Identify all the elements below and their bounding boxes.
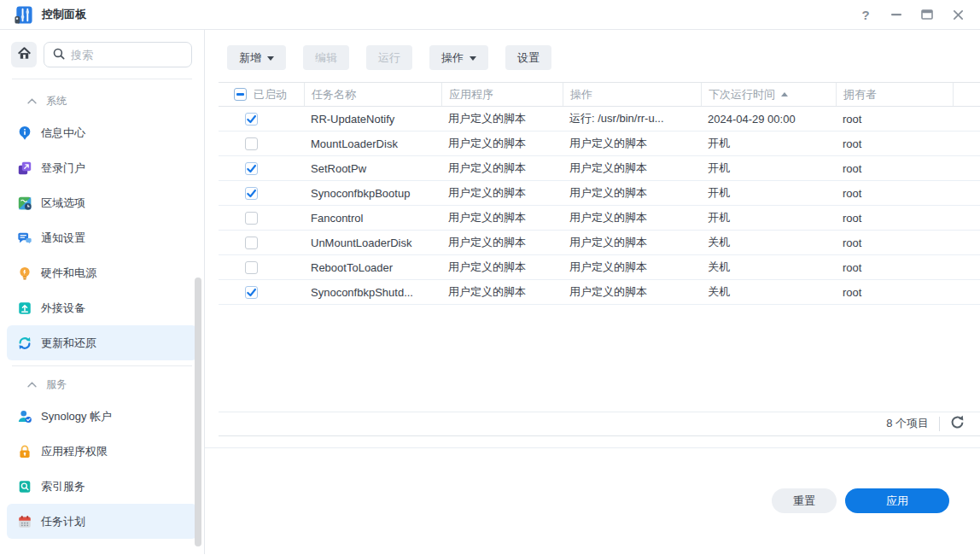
sidebar-item[interactable]: Synology 帐户 bbox=[7, 399, 197, 434]
task-action-cell: 用户定义的脚本 bbox=[563, 210, 701, 225]
task-next-run-cell: 关机 bbox=[701, 235, 836, 250]
task-name-cell: RebootToLoader bbox=[304, 261, 441, 274]
sidebar-item[interactable]: 信息中心 bbox=[7, 115, 197, 150]
home-button[interactable] bbox=[11, 42, 37, 67]
dropdown-caret-icon bbox=[470, 56, 476, 61]
header-action[interactable]: 操作 bbox=[563, 83, 701, 106]
search-icon bbox=[52, 47, 66, 63]
chevron-up-icon bbox=[27, 378, 37, 390]
notification-icon bbox=[17, 231, 32, 246]
table-row[interactable]: SetRootPw用户定义的脚本用户定义的脚本开机root bbox=[219, 156, 980, 181]
task-next-run-cell: 开机 bbox=[701, 210, 836, 225]
task-enabled-checkbox[interactable] bbox=[245, 237, 258, 249]
table-row[interactable]: SynoconfbkpBootup用户定义的脚本用户定义的脚本开机root bbox=[219, 181, 980, 206]
external-devices-icon bbox=[17, 301, 32, 316]
header-next-run-time[interactable]: 下次运行时间 bbox=[701, 83, 836, 106]
sidebar-item[interactable]: 索引服务 bbox=[7, 469, 197, 504]
task-action-cell: 用户定义的脚本 bbox=[563, 136, 701, 151]
indexing-service-icon bbox=[17, 479, 32, 494]
task-app-cell: 用户定义的脚本 bbox=[441, 111, 563, 126]
task-name-cell: RR-UpdateNotify bbox=[304, 113, 441, 126]
table-body: RR-UpdateNotify用户定义的脚本运行: /usr/bin/rr-u.… bbox=[219, 107, 980, 305]
table-row[interactable]: MountLoaderDisk用户定义的脚本用户定义的脚本开机root bbox=[219, 131, 980, 156]
header-application[interactable]: 应用程序 bbox=[441, 83, 563, 106]
close-button[interactable] bbox=[949, 6, 966, 23]
task-action-cell: 用户定义的脚本 bbox=[563, 284, 701, 300]
task-scheduler-icon bbox=[17, 514, 32, 529]
select-all-checkbox[interactable] bbox=[234, 88, 247, 101]
sidebar-section-header[interactable]: 服务 bbox=[0, 370, 204, 399]
task-name-cell: UnMountLoaderDisk bbox=[304, 237, 441, 249]
task-next-run-cell: 2024-04-29 00:00 bbox=[701, 113, 836, 126]
task-action-cell: 用户定义的脚本 bbox=[563, 185, 701, 201]
header-filler bbox=[953, 83, 980, 106]
reset-button[interactable]: 重置 bbox=[772, 488, 837, 513]
table-row[interactable]: UnMountLoaderDisk用户定义的脚本用户定义的脚本关机root bbox=[219, 231, 980, 255]
task-enabled-checkbox[interactable] bbox=[245, 137, 258, 150]
task-enabled-checkbox[interactable] bbox=[245, 286, 258, 299]
task-enabled-checkbox[interactable] bbox=[245, 162, 258, 175]
task-enabled-checkbox[interactable] bbox=[245, 113, 258, 126]
sidebar-item[interactable]: 登录门户 bbox=[7, 150, 197, 185]
task-enabled-checkbox[interactable] bbox=[245, 212, 258, 225]
table-row[interactable]: SynoconfbkpShutd...用户定义的脚本用户定义的脚本关机root bbox=[219, 280, 980, 305]
task-next-run-cell: 开机 bbox=[701, 185, 836, 201]
help-button[interactable]: ? bbox=[857, 6, 874, 23]
sidebar-scrollbar[interactable] bbox=[195, 278, 201, 546]
task-name-cell: Fancontrol bbox=[304, 212, 441, 225]
indeterminate-dash-icon bbox=[236, 93, 244, 96]
home-icon bbox=[17, 46, 32, 63]
table-row[interactable]: RR-UpdateNotify用户定义的脚本运行: /usr/bin/rr-u.… bbox=[219, 107, 980, 131]
task-enabled-checkbox[interactable] bbox=[245, 261, 258, 274]
task-app-cell: 用户定义的脚本 bbox=[441, 260, 563, 275]
app-privileges-icon bbox=[17, 444, 32, 459]
titlebar: 控制面板 ? bbox=[0, 0, 980, 30]
sidebar-item[interactable]: 通知设置 bbox=[7, 220, 197, 255]
toolbar-button[interactable]: 设置 bbox=[505, 45, 551, 70]
sidebar-section-header[interactable]: 系统 bbox=[0, 86, 204, 115]
sidebar-item[interactable]: 区域选项 bbox=[7, 185, 197, 220]
task-owner-cell: root bbox=[836, 286, 953, 299]
task-name-cell: SetRootPw bbox=[304, 162, 441, 175]
table-header-row: 已启动 任务名称 应用程序 操作 下次运行时间 拥有者 bbox=[219, 82, 980, 107]
refresh-icon bbox=[950, 415, 965, 432]
task-name-cell: SynoconfbkpShutd... bbox=[304, 286, 441, 299]
task-next-run-cell: 开机 bbox=[701, 136, 836, 151]
table-row[interactable]: RebootToLoader用户定义的脚本用户定义的脚本关机root bbox=[219, 255, 980, 280]
chevron-up-icon bbox=[27, 95, 37, 107]
task-owner-cell: root bbox=[836, 162, 953, 175]
header-owner[interactable]: 拥有者 bbox=[836, 83, 953, 106]
task-next-run-cell: 关机 bbox=[701, 260, 836, 275]
task-app-cell: 用户定义的脚本 bbox=[441, 185, 563, 201]
dropdown-caret-icon bbox=[267, 56, 274, 61]
search-input[interactable] bbox=[44, 42, 192, 67]
task-action-cell: 用户定义的脚本 bbox=[563, 260, 701, 275]
footer-actions: 重置 应用 bbox=[205, 447, 980, 555]
refresh-button[interactable] bbox=[950, 415, 965, 432]
search-field[interactable] bbox=[71, 49, 184, 61]
sidebar-item[interactable]: 应用程序权限 bbox=[7, 434, 197, 469]
sidebar-item[interactable]: 任务计划 bbox=[7, 504, 197, 539]
task-name-cell: MountLoaderDisk bbox=[304, 137, 441, 150]
maximize-button[interactable] bbox=[919, 6, 936, 23]
task-name-cell: SynoconfbkpBootup bbox=[304, 187, 441, 200]
statusbar: 8 个项目 bbox=[219, 412, 980, 436]
toolbar-button[interactable]: 新增 bbox=[227, 45, 286, 70]
task-owner-cell: root bbox=[836, 113, 953, 126]
apply-button[interactable]: 应用 bbox=[845, 488, 949, 513]
table-row[interactable]: Fancontrol用户定义的脚本用户定义的脚本开机root bbox=[219, 206, 980, 231]
minimize-button[interactable] bbox=[888, 6, 905, 23]
synology-account-icon bbox=[17, 409, 32, 424]
header-enabled[interactable]: 已启动 bbox=[219, 83, 304, 106]
task-app-cell: 用户定义的脚本 bbox=[441, 284, 563, 300]
header-task-name[interactable]: 任务名称 bbox=[304, 83, 441, 106]
task-owner-cell: root bbox=[836, 237, 953, 249]
task-enabled-checkbox[interactable] bbox=[245, 187, 258, 200]
task-app-cell: 用户定义的脚本 bbox=[441, 161, 563, 176]
sidebar-item[interactable]: 硬件和电源 bbox=[7, 255, 197, 290]
toolbar-button: 运行 bbox=[366, 45, 412, 70]
sidebar-item[interactable]: 更新和还原 bbox=[7, 325, 197, 360]
toolbar-button[interactable]: 操作 bbox=[429, 45, 488, 70]
task-owner-cell: root bbox=[836, 212, 953, 225]
sidebar-item[interactable]: 外接设备 bbox=[7, 290, 197, 325]
